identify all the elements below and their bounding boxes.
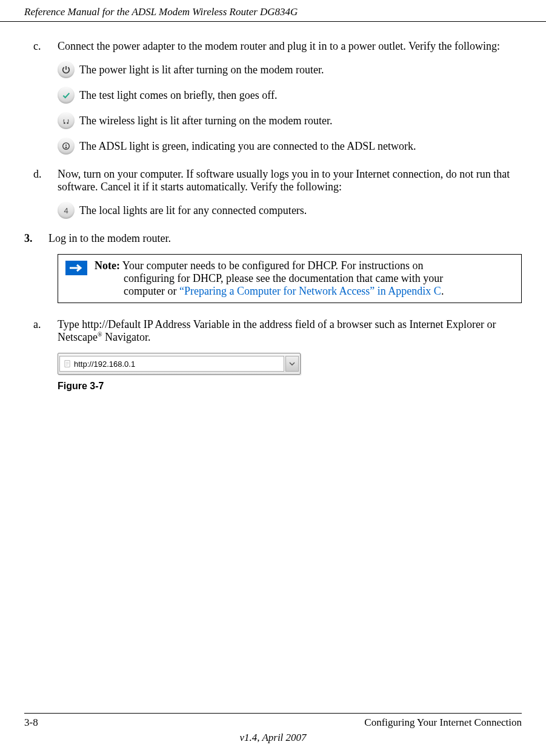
step-c-body: Connect the power adapter to the modem r… [58,40,522,163]
page-header: Reference Manual for the ADSL Modem Wire… [0,0,546,22]
step-a-text-post: Navigator. [102,331,151,343]
bullet-test: The test light comes on briefly, then go… [58,87,522,104]
number-four-icon: 4 [58,202,75,219]
adsl-icon [58,138,75,155]
step-3-marker: 3. [24,232,48,245]
number-four-label: 4 [64,206,68,215]
note-text: Note: Your computer needs to be configur… [95,255,521,303]
bullet-test-text: The test light comes on briefly, then go… [79,89,277,102]
step-d-body: Now, turn on your computer. If software … [58,168,522,227]
step-3-text: Log in to the modem router. [48,232,171,244]
step-c: c. Connect the power adapter to the mode… [24,40,522,163]
registered-mark: ® [98,331,102,338]
note-label: Note: [95,259,120,272]
step-a-body: Type http://Default IP Address Variable … [58,318,522,344]
step-a-marker: a. [24,318,58,344]
svg-point-3 [65,147,66,148]
step-d-marker: d. [24,168,58,227]
svg-point-1 [67,122,68,124]
footer-page-number: 3-8 [24,717,38,729]
note-line3-wrap: computer or “Preparing a Computer for Ne… [95,285,512,298]
step-d-text: Now, turn on your computer. If software … [58,168,510,193]
note-line3-pre: computer or [124,285,179,297]
chevron-down-icon [289,362,295,366]
footer-version: v1.4, April 2007 [24,732,522,744]
bullet-wireless: The wireless light is lit after turning … [58,112,522,129]
footer-line: 3-8 Configuring Your Internet Connection [24,713,522,729]
note-icon-cell [58,255,95,303]
page-footer: 3-8 Configuring Your Internet Connection… [0,713,546,744]
step-c-text: Connect the power adapter to the modem r… [58,40,500,52]
bullet-wireless-text: The wireless light is lit after turning … [79,115,332,127]
page-icon [63,360,72,368]
address-field[interactable]: http://192.168.0.1 [59,356,284,372]
arrow-right-icon [65,261,87,275]
step-3-body: Log in to the modem router. [48,232,522,245]
bullet-power-text: The power light is lit after turning on … [79,64,324,76]
bullet-local: 4 The local lights are lit for any conne… [58,202,522,219]
bullet-power: The power light is lit after turning on … [58,61,522,78]
address-url: http://192.168.0.1 [74,360,135,369]
header-title: Reference Manual for the ADSL Modem Wire… [24,6,298,18]
bullet-adsl-text: The ADSL light is green, indicating you … [79,140,416,153]
browser-address-bar: http://192.168.0.1 [58,353,301,375]
dropdown-button[interactable] [285,356,299,372]
step-c-marker: c. [24,40,58,163]
svg-point-0 [64,122,65,124]
step-a: a. Type http://Default IP Address Variab… [24,318,522,344]
note-box: Note: Your computer needs to be configur… [58,254,522,303]
note-link[interactable]: “Preparing a Computer for Network Access… [179,285,441,297]
footer-section-title: Configuring Your Internet Connection [364,717,522,729]
bullet-local-text: The local lights are lit for any connect… [79,204,307,217]
wireless-icon [58,112,75,129]
step-3: 3. Log in to the modem router. [24,232,522,245]
page-content: c. Connect the power adapter to the mode… [0,22,546,392]
note-line2: configuring for DHCP, please see the doc… [95,272,512,285]
power-icon [58,61,75,78]
note-line3-post: . [441,285,444,297]
figure-caption: Figure 3-7 [58,381,522,392]
step-d: d. Now, turn on your computer. If softwa… [24,168,522,227]
check-icon [58,87,75,104]
bullet-adsl: The ADSL light is green, indicating you … [58,138,522,155]
note-line1: Your computer needs to be configured for… [120,259,423,272]
